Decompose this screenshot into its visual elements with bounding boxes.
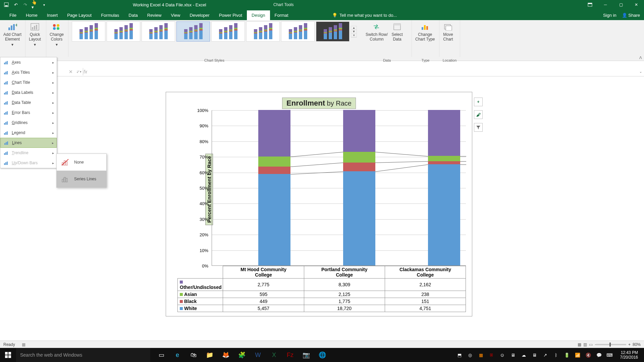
minimize-icon[interactable]: ─	[598, 0, 613, 9]
plot-area[interactable]	[212, 110, 466, 266]
chart-style-thumb[interactable]	[211, 21, 245, 42]
collapse-ribbon-icon[interactable]: ᐱ	[639, 56, 642, 60]
move-chart-button[interactable]: Move Chart	[441, 21, 455, 42]
chart-element-axis-titles[interactable]: Axis Titles▸	[0, 67, 57, 77]
tray-icon[interactable]: ⊙	[499, 352, 505, 358]
undo-icon[interactable]: ↶	[13, 2, 19, 8]
tab-data[interactable]: Data	[124, 10, 142, 20]
save-icon[interactable]	[3, 2, 9, 8]
tray-icon[interactable]: 🖥	[532, 352, 538, 358]
tell-me-search[interactable]: 💡 Tell me what you want to do...	[332, 10, 397, 20]
chart-style-thumb[interactable]	[176, 21, 210, 42]
chart-element-data-table[interactable]: Data Table▸	[0, 98, 57, 108]
taskbar-search[interactable]: Search the web and Windows	[16, 348, 150, 362]
file-explorer-icon[interactable]: 📁	[203, 348, 217, 362]
chart-element-axes[interactable]: Axes▸	[0, 57, 57, 67]
tray-icon[interactable]: ▦	[478, 352, 484, 358]
tab-view[interactable]: View	[166, 10, 185, 20]
chart-style-thumb[interactable]	[246, 21, 280, 42]
wifi-icon[interactable]: 📶	[575, 352, 581, 358]
normal-view-icon[interactable]: ▦	[578, 342, 581, 347]
store-icon[interactable]: 🛍	[186, 348, 201, 362]
expand-formula-bar-icon[interactable]: ⌄	[639, 70, 642, 73]
bluetooth-icon[interactable]: ᛒ	[553, 352, 559, 358]
chart-object[interactable]: Enrollment by Race + 🖌 Percent Enrollmen…	[166, 92, 472, 316]
tray-icon[interactable]: ⛨	[489, 352, 495, 358]
fx-icon[interactable]: fx	[84, 69, 87, 74]
chart-filters-button[interactable]	[474, 123, 483, 132]
action-center-icon[interactable]: 💬	[596, 352, 602, 358]
chart-style-thumb[interactable]	[281, 21, 315, 42]
zoom-in-icon[interactable]: +	[628, 342, 631, 347]
app-icon-1[interactable]: 🧩	[235, 348, 249, 362]
qat-customize-icon[interactable]: ▾	[41, 2, 47, 8]
tab-power-pivot[interactable]: Power Pivot	[214, 10, 247, 20]
tab-home[interactable]: Home	[21, 10, 42, 20]
tab-developer[interactable]: Developer	[185, 10, 214, 20]
chart-element-legend[interactable]: Legend▸	[0, 128, 57, 138]
add-chart-element-button[interactable]: + Add Chart Element ▾	[2, 21, 23, 48]
style-gallery-scroll[interactable]: ▲▼▾	[351, 26, 357, 38]
chart-style-thumb[interactable]	[72, 21, 105, 42]
tab-insert[interactable]: Insert	[42, 10, 63, 20]
chart-element-chart-title[interactable]: Chart Title▸	[0, 77, 57, 87]
tab-formulas[interactable]: Formulas	[96, 10, 124, 20]
battery-icon[interactable]: 🔋	[564, 352, 570, 358]
enter-formula-icon[interactable]: ✓	[76, 69, 80, 74]
task-view-icon[interactable]: ▭	[154, 348, 168, 362]
excel-icon[interactable]: X	[267, 348, 281, 362]
chart-element-gridlines[interactable]: Gridlines▸	[0, 118, 57, 128]
tab-page-layout[interactable]: Page Layout	[62, 10, 96, 20]
change-colors-button[interactable]: Change Colors ▾	[48, 21, 65, 48]
zoom-level[interactable]: 80%	[633, 342, 641, 347]
page-layout-view-icon[interactable]: ▥	[583, 342, 587, 347]
data-table-cell: 151	[385, 298, 466, 305]
maximize-icon[interactable]: ▢	[613, 0, 629, 9]
tab-design[interactable]: Design	[247, 10, 270, 20]
switch-row-column-button[interactable]: Switch Row/ Column	[364, 21, 389, 42]
select-data-button[interactable]: Select Data	[390, 21, 404, 42]
page-break-view-icon[interactable]: ▭	[589, 342, 593, 347]
tab-format[interactable]: Format	[270, 10, 293, 20]
tab-file[interactable]: File	[5, 10, 21, 20]
tray-icon[interactable]: ↗	[542, 352, 548, 358]
chart-element-data-labels[interactable]: Data Labels▸	[0, 87, 57, 98]
chart-style-thumb[interactable]	[142, 21, 175, 42]
tray-icon[interactable]: 🖥	[510, 352, 516, 358]
filezilla-icon[interactable]: Fz	[283, 348, 297, 362]
chart-elements-button[interactable]: +	[474, 98, 483, 106]
tray-icon[interactable]: ⬒	[457, 352, 463, 358]
change-chart-type-button[interactable]: Change Chart Type	[414, 21, 436, 42]
chart-title[interactable]: Enrollment by Race	[282, 98, 356, 109]
lines-series-lines-option[interactable]: Series Lines	[57, 171, 106, 187]
macro-record-icon[interactable]: ▦	[22, 342, 25, 347]
chart-element-error-bars[interactable]: Error Bars▸	[0, 108, 57, 118]
redo-icon[interactable]: ↷	[22, 2, 28, 8]
chart-style-thumb[interactable]	[316, 21, 350, 42]
lines-none-option[interactable]: None	[57, 154, 106, 171]
ribbon-options-icon[interactable]	[582, 0, 598, 9]
cancel-formula-icon[interactable]: ✕	[69, 69, 73, 74]
volume-icon[interactable]: 🔇	[585, 352, 591, 358]
taskbar-clock[interactable]: 12:43 PM7/20/2016	[618, 350, 641, 360]
share-button[interactable]: 👤 Share	[622, 13, 640, 18]
quick-layout-button[interactable]: Quick Layout ▾	[28, 21, 42, 48]
chart-style-thumb[interactable]	[107, 21, 140, 42]
keyboard-icon[interactable]: ⌨	[607, 352, 613, 358]
sign-in-link[interactable]: Sign in	[603, 13, 616, 18]
close-icon[interactable]: ✕	[629, 0, 644, 9]
word-icon[interactable]: W	[251, 348, 265, 362]
tray-icon[interactable]: ☁	[521, 352, 527, 358]
zoom-slider[interactable]	[596, 344, 626, 345]
start-button[interactable]	[0, 348, 16, 362]
touch-mode-icon[interactable]: 👆▾	[32, 2, 38, 8]
chart-element-lines[interactable]: Lines▸	[0, 138, 57, 148]
snagit-icon[interactable]: 📷	[299, 348, 313, 362]
chrome-icon[interactable]: 🌐	[315, 348, 329, 362]
firefox-icon[interactable]: 🦊	[219, 348, 233, 362]
tray-icon[interactable]: ◎	[467, 352, 473, 358]
chart-styles-gallery[interactable]: ▲▼▾	[68, 20, 360, 42]
tab-review[interactable]: Review	[143, 10, 166, 20]
chart-styles-button[interactable]: 🖌	[474, 110, 483, 119]
edge-icon[interactable]: e	[170, 348, 184, 362]
